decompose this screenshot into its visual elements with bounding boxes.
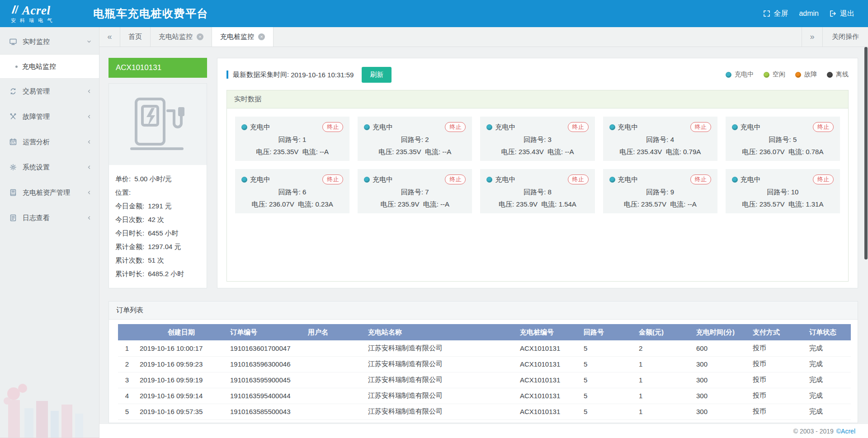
tabbar: « 首页充电站监控×充电桩监控× » 关闭操作 bbox=[99, 27, 868, 47]
collect-time-value: 2019-10-16 10:31:59 bbox=[291, 71, 354, 79]
column-header: 充电桩编号 bbox=[516, 324, 580, 340]
channel-circuit: 回路号: 5 bbox=[732, 136, 834, 144]
channel-circuit: 回路号: 4 bbox=[609, 136, 711, 144]
stat-label: 今日时长: bbox=[115, 226, 144, 240]
cell: 2019-10-16 09:59:23 bbox=[136, 356, 226, 372]
logout-icon bbox=[830, 10, 837, 17]
cell bbox=[304, 340, 364, 356]
table-row[interactable]: 32019-10-16 09:59:191910163595900045江苏安科… bbox=[118, 372, 851, 388]
status-dot-icon bbox=[241, 124, 247, 130]
sidebar-subitem-1[interactable]: 充电站监控 bbox=[0, 54, 99, 79]
chevron-down-icon bbox=[86, 39, 92, 44]
tab-close-icon[interactable]: × bbox=[258, 33, 265, 40]
username[interactable]: admin bbox=[799, 9, 819, 18]
channel-circuit: 回路号: 2 bbox=[364, 136, 466, 144]
tab-close-icon[interactable]: × bbox=[197, 33, 203, 40]
cell: 1910163601700047 bbox=[226, 340, 304, 356]
cell: 2019-10-16 09:57:35 bbox=[136, 404, 226, 419]
channel-card-9: 充电中终止回路号: 9电压: 235.57V 电流: --A bbox=[603, 169, 717, 213]
status-dot-icon bbox=[609, 124, 615, 130]
app: Acrel 安 科 瑞 电 气 电瓶车充电桩收费平台 全屏 admin 退出 实… bbox=[0, 0, 868, 438]
page-title: 电瓶车充电桩收费平台 bbox=[93, 6, 208, 21]
sidebar-item-1[interactable]: 实时监控 bbox=[0, 29, 99, 54]
cell bbox=[304, 404, 364, 419]
cell: 投币 bbox=[749, 404, 806, 419]
terminate-button[interactable]: 终止 bbox=[813, 122, 834, 132]
sidebar-item-4[interactable]: 运营分析 bbox=[0, 129, 99, 155]
sidebar-item-3[interactable]: 故障管理 bbox=[0, 104, 99, 129]
chevron-left-icon bbox=[86, 114, 92, 119]
channel-card-10: 充电中终止回路号: 10电压: 235.57V 电流: 1.31A bbox=[726, 169, 840, 213]
channel-status: 充电中 bbox=[364, 123, 393, 132]
terminate-button[interactable]: 终止 bbox=[568, 174, 589, 184]
table-row[interactable]: 52019-10-16 09:57:351910163585500043江苏安科… bbox=[118, 404, 851, 419]
asset-icon bbox=[9, 188, 17, 197]
terminate-button[interactable]: 终止 bbox=[813, 174, 834, 184]
sidebar-item-7[interactable]: 日志查看 bbox=[0, 205, 99, 231]
terminate-button[interactable]: 终止 bbox=[690, 174, 711, 184]
cell: 5 bbox=[580, 356, 635, 372]
channel-card-8: 充电中终止回路号: 8电压: 235.9V 电流: 1.54A bbox=[480, 169, 594, 213]
tab-1[interactable]: 首页 bbox=[120, 27, 151, 47]
tab-3[interactable]: 充电桩监控× bbox=[212, 27, 274, 47]
vertical-scrollbar[interactable] bbox=[864, 47, 868, 259]
orders-title: 订单列表 bbox=[109, 301, 858, 320]
channel-status-label: 充电中 bbox=[618, 175, 638, 184]
channels-grid: 充电中终止回路号: 1电压: 235.35V 电流: --A充电中终止回路号: … bbox=[227, 108, 848, 221]
terminate-button[interactable]: 终止 bbox=[322, 174, 343, 184]
device-stat: 位置: bbox=[115, 186, 200, 199]
cell: 3 bbox=[118, 372, 136, 388]
legend-dot-icon bbox=[764, 72, 769, 78]
legend-label: 离线 bbox=[836, 71, 849, 79]
channel-card-2: 充电中终止回路号: 2电压: 235.35V 电流: --A bbox=[358, 117, 472, 161]
channel-status-label: 充电中 bbox=[618, 123, 638, 132]
logout-button[interactable]: 退出 bbox=[830, 9, 854, 19]
tabs-scroll-right-button[interactable]: » bbox=[802, 27, 822, 47]
channel-card-1: 充电中终止回路号: 1电压: 235.35V 电流: --A bbox=[235, 117, 349, 161]
channel-card-4: 充电中终止回路号: 4电压: 235.43V 电流: 0.79A bbox=[603, 117, 717, 161]
cell: 1910163585500043 bbox=[226, 404, 304, 419]
table-row[interactable]: 22019-10-16 09:59:231910163596300046江苏安科… bbox=[118, 356, 851, 372]
cell: 1 bbox=[118, 340, 136, 356]
cell: 5 bbox=[580, 372, 635, 388]
device-icon-box bbox=[109, 84, 207, 165]
sidebar-item-label: 运营分析 bbox=[23, 138, 86, 146]
terminate-button[interactable]: 终止 bbox=[322, 122, 343, 132]
transaction-icon bbox=[9, 87, 17, 95]
tab-label: 充电桩监控 bbox=[220, 33, 254, 41]
table-row[interactable]: 42019-10-16 09:59:141910163595400044江苏安科… bbox=[118, 388, 851, 404]
close-operations-button[interactable]: 关闭操作 bbox=[822, 27, 868, 47]
sidebar-item-6[interactable]: 充电桩资产管理 bbox=[0, 180, 99, 205]
sidebar-menu: 实时监控充电站监控交易管理故障管理运营分析系统设置充电桩资产管理日志查看 bbox=[0, 29, 99, 231]
refresh-button[interactable]: 刷新 bbox=[362, 67, 392, 83]
table-row[interactable]: 12019-10-16 10:00:171910163601700047江苏安科… bbox=[118, 340, 851, 356]
channel-status: 充电中 bbox=[486, 123, 515, 132]
terminate-button[interactable]: 终止 bbox=[568, 122, 589, 132]
cell: 投币 bbox=[749, 388, 806, 404]
channel-card-6: 充电中终止回路号: 6电压: 236.07V 电流: 0.23A bbox=[235, 169, 349, 213]
charging-pile-icon bbox=[126, 95, 189, 153]
footer: © 2003 - 2019 ©Acrel bbox=[99, 424, 868, 438]
cell: 江苏安科瑞制造有限公司 bbox=[364, 356, 516, 372]
terminate-button[interactable]: 终止 bbox=[690, 122, 711, 132]
channel-card-5: 充电中终止回路号: 5电压: 236.07V 电流: 0.78A bbox=[726, 117, 840, 161]
cell: 江苏安科瑞制造有限公司 bbox=[364, 372, 516, 388]
terminate-button[interactable]: 终止 bbox=[445, 174, 466, 184]
terminate-button[interactable]: 终止 bbox=[445, 122, 466, 132]
tab-2[interactable]: 充电站监控× bbox=[151, 27, 212, 47]
acrel-link[interactable]: ©Acrel bbox=[836, 428, 855, 435]
collect-time-label: 最新数据采集时间: bbox=[233, 71, 289, 79]
realtime-section-title: 实时数据 bbox=[227, 90, 848, 108]
cell: 2 bbox=[635, 340, 693, 356]
sidebar: 实时监控充电站监控交易管理故障管理运营分析系统设置充电桩资产管理日志查看 bbox=[0, 27, 99, 438]
sidebar-submenu: 充电站监控 bbox=[0, 54, 99, 79]
sidebar-item-5[interactable]: 系统设置 bbox=[0, 155, 99, 180]
fullscreen-button[interactable]: 全屏 bbox=[763, 9, 788, 19]
tabs-scroll-left-button[interactable]: « bbox=[99, 27, 120, 47]
cell: 投币 bbox=[749, 372, 806, 388]
bullet-icon bbox=[15, 66, 18, 68]
logout-label: 退出 bbox=[840, 9, 854, 19]
stat-label: 今日金额: bbox=[115, 199, 144, 213]
channel-status: 充电中 bbox=[241, 175, 270, 184]
sidebar-item-2[interactable]: 交易管理 bbox=[0, 79, 99, 104]
